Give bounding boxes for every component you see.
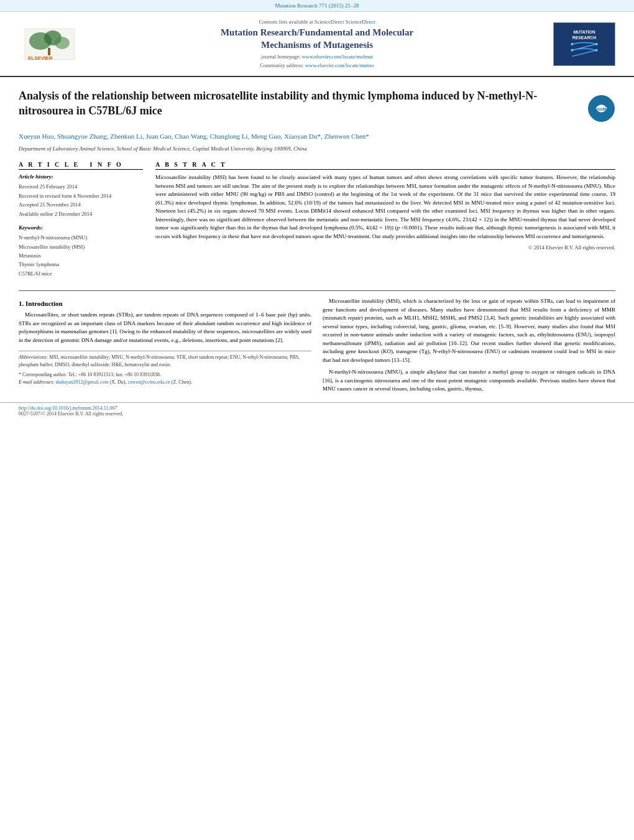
article-header: Analysis of the relationship between mic… [0, 77, 634, 152]
abbreviations: Abbreviations: MSI, microsatellite insta… [19, 354, 311, 369]
intro-col-left-text: Microsatellites, or short tandem repeats… [19, 311, 311, 344]
svg-point-9 [571, 43, 573, 45]
section-number: 1. [19, 300, 24, 307]
svg-rect-4 [48, 48, 50, 55]
journal-volume: Mutation Research 771 (2015) 21–28 [275, 2, 359, 9]
keywords-label: Keywords: [19, 224, 143, 231]
corresponding-author: * Corresponding author. Tel.: +86 10 839… [19, 371, 311, 379]
divider-1 [19, 290, 615, 291]
sciencedirect-link[interactable]: ScienceDirect [346, 19, 375, 25]
article-info-heading: A R T I C L E I N F O [19, 161, 143, 170]
journal-header: ELSEVIER Contents lists available at Sci… [0, 12, 634, 77]
svg-point-11 [571, 48, 573, 51]
homepage-url[interactable]: www.elsevier.com/locate/molmut [302, 53, 373, 60]
elsevier-logo-container: ELSEVIER [19, 22, 81, 66]
abbreviations-label: Abbreviations: [19, 354, 48, 360]
intro-title: 1. Introduction [19, 300, 311, 307]
received-date: Received 25 February 2014 [19, 182, 143, 191]
email2-link[interactable]: czwen@ccmu.edu.cn [128, 379, 170, 385]
svg-text:MUTATION: MUTATION [573, 30, 595, 34]
revised-date: Received in revised form 4 November 2014 [19, 192, 143, 200]
email-addresses: E-mail addresses: duduyan2012@gmail.com … [19, 379, 311, 386]
doi-link[interactable]: http://dx.doi.org/10.1016/j.mrfmmm.2014.… [19, 405, 117, 411]
history-label: Article history: [19, 173, 143, 180]
section-title-text: Introduction [25, 300, 63, 307]
crossmark-container: CrossMark [587, 91, 615, 124]
email2-person: (Z. Chen). [172, 379, 192, 385]
email1-link[interactable]: duduyan2012@gmail.com [56, 379, 109, 385]
svg-text:ELSEVIER: ELSEVIER [28, 55, 53, 61]
journal-title: Mutation Research/Fundamental and Molecu… [93, 27, 541, 51]
abstract-text: Microsatellite instability (MSI) has bee… [155, 173, 615, 241]
body-col-left: 1. Introduction Microsatellites, or shor… [19, 297, 311, 397]
keywords-section: Keywords: N-methyl-N-nitrosourea (MNU) M… [19, 224, 143, 278]
authors-text: Xueyun Huo, Shuangyue Zhang, Zhenkun Li,… [19, 132, 369, 140]
svg-point-12 [595, 48, 598, 51]
crossmark-icon[interactable]: CrossMark [587, 95, 615, 122]
keyword-5: C57BL/6J mice [19, 269, 143, 278]
journal-links: journal homepage: www.elsevier.com/locat… [93, 53, 541, 70]
authors: Xueyun Huo, Shuangyue Zhang, Zhenkun Li,… [19, 131, 615, 142]
associated-word: associated [297, 174, 320, 180]
intro-col-right-text: Microsatellite instability (MSI), which … [323, 297, 615, 394]
body-col-right: Microsatellite instability (MSI), which … [323, 297, 615, 397]
footer-bar: http://dx.doi.org/10.1016/j.mrfmmm.2014.… [0, 402, 634, 419]
journal-logo-right: MUTATION RESEARCH [553, 22, 615, 66]
homepage-label: journal homepage: [261, 53, 302, 60]
keyword-3: Metastasis [19, 251, 143, 260]
svg-point-10 [595, 43, 598, 45]
affiliation: Department of Laboratory Animal Science,… [19, 145, 615, 153]
issn-text: 0027-5107/© 2014 Elsevier B.V. All right… [19, 411, 123, 417]
top-bar: Mutation Research 771 (2015) 21–28 [0, 0, 634, 12]
svg-rect-6 [554, 22, 615, 65]
community-url[interactable]: www.elsevier.com/locate/mutres [305, 62, 374, 68]
elsevier-logo-svg: ELSEVIER [22, 25, 78, 63]
footnotes: Abbreviations: MSI, microsatellite insta… [19, 351, 311, 386]
sciencedirect-line: Contents lists available at ScienceDirec… [93, 18, 541, 25]
keyword-1: N-methyl-N-nitrosourea (MNU) [19, 233, 143, 242]
community-label: Community address: [260, 62, 305, 68]
article-title-row: Analysis of the relationship between mic… [19, 88, 615, 124]
journal-logo-svg: MUTATION RESEARCH [554, 22, 615, 66]
email1-person: (X. Du), [110, 379, 128, 385]
page: Mutation Research 771 (2015) 21–28 ELSEV… [0, 0, 634, 840]
body-content: 1. Introduction Microsatellites, or shor… [0, 297, 634, 397]
svg-text:CrossMark: CrossMark [590, 107, 612, 111]
abstract-column: A B S T R A C T Microsatellite instabili… [155, 161, 615, 278]
abstract-heading: A B S T R A C T [155, 161, 615, 170]
contents-available: Contents lists available at ScienceDirec… [259, 19, 344, 25]
accepted-date: Accepted 21 November 2014 [19, 200, 143, 209]
available-date: Available online 2 December 2014 [19, 210, 143, 218]
article-title: Analysis of the relationship between mic… [19, 88, 587, 119]
svg-point-3 [55, 37, 70, 49]
email-label: E-mail addresses: [19, 379, 55, 385]
keyword-4: Thymic lymphoma [19, 260, 143, 269]
svg-text:RESEARCH: RESEARCH [572, 35, 597, 40]
article-info-column: A R T I C L E I N F O Article history: R… [19, 161, 143, 278]
keyword-2: Microsatellite instability (MSI) [19, 242, 143, 251]
article-info-abstract: A R T I C L E I N F O Article history: R… [0, 152, 634, 284]
abstract-copyright: © 2014 Elsevier B.V. All rights reserved… [155, 244, 615, 251]
journal-center: Contents lists available at ScienceDirec… [81, 18, 553, 70]
